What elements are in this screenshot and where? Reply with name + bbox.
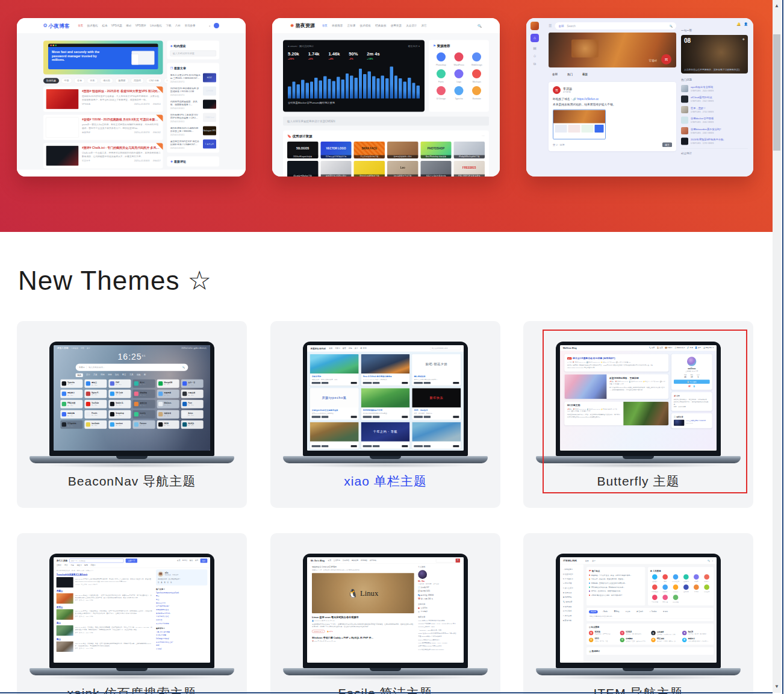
designnav-search-input[interactable]: 输入后回车搜索想要的设计资源CMDEN [283, 117, 489, 126]
item-menu-entry[interactable]: ◎ 社区论坛 ▾ [563, 573, 583, 575]
post-card[interactable]: 忘却牛乳呀 拖延症发作，花花会遇糖分多晨，分享.. [310, 354, 359, 386]
read-more-pill[interactable] [453, 382, 459, 384]
topic-item[interactable]: 世界，您好！4 REPLIES，2716 VIEWS [681, 106, 748, 113]
item-menu-entry[interactable]: ▣ 实用网站 [563, 596, 583, 599]
post-title[interactable]: 端午考试指南 [414, 375, 459, 378]
facile-nav-item[interactable]: 友情链接 [361, 559, 367, 561]
tool-item[interactable]: 字体识别器 [650, 595, 659, 603]
tab-active[interactable]: 我的 [76, 374, 83, 377]
xaink-tab[interactable]: 随笔 [84, 564, 88, 567]
facile-tag-pill[interactable]: CRONTAB 下 [312, 630, 325, 633]
link-tile[interactable]: 网站统计❤1 · 👁99 [60, 390, 82, 398]
item-menu-entry[interactable]: ◇ 设计灵感 [563, 614, 583, 617]
link-tile[interactable]: PM证书查❤1 · 👁99 [60, 400, 82, 408]
recommended-site[interactable]: H H5互动站微信演示、小游戏、营销H5、多.. [651, 638, 680, 643]
result-title[interactable]: 衡山 [57, 638, 153, 641]
item-nav-link[interactable]: 关于 [592, 560, 596, 562]
xaink-top-link[interactable]: 关于 [195, 560, 199, 562]
recommended-site[interactable]: U UIVO元宇宙、数字化、孪生 [589, 638, 618, 643]
link-tile[interactable]: 石墨文档❤1 · 👁99 [181, 390, 204, 398]
link-tile[interactable]: 网盘传输❤1 · 👁99 [60, 410, 82, 419]
xiao-nav-item[interactable]: 留言 [343, 347, 346, 349]
link-tile[interactable]: MidJour..❤1 · 👁99 [157, 400, 179, 408]
recent-post-link[interactable]: Windows 手动搭建 Caddy + PHP + MySQL 的 PHP 环… [418, 623, 459, 625]
scroll-up-arrow[interactable]: ▲ [773, 3, 781, 8]
link-tile[interactable]: Typecho❤1 · 👁99 [60, 380, 82, 388]
facile-nav-item[interactable]: 首页 [328, 559, 331, 561]
link-tile[interactable]: Iconify❤1 · 👁99 [132, 410, 155, 419]
post-card[interactable] [412, 422, 461, 449]
hot-article-link[interactable]: 最近这三个月 [156, 602, 207, 604]
theme-title-beaconnav[interactable]: BeaconNav 导航主题 [17, 473, 247, 490]
link-tile[interactable]: 腾讯云❤1 · 👁99 [84, 380, 107, 388]
filter-pill[interactable]: 热门 [564, 71, 576, 78]
tool-item[interactable]: 翻译 [661, 574, 670, 583]
blog-search-input[interactable]: 输入关键词回车搜索 [170, 51, 216, 57]
search-icon[interactable]: 🔍 [182, 366, 185, 368]
facile-nav-item[interactable]: 视频推荐 [352, 559, 358, 561]
xiao-nav-item[interactable]: 关于 [355, 347, 358, 349]
recommended-site[interactable]: V VOXUX自由PPT、设计及模板站心.. [620, 631, 649, 636]
recommended-site[interactable]: N NaiCR简单飞马、设计师、设计导航站 [682, 631, 711, 636]
recent-post-link[interactable]: 清理 Outlook邮箱一个月内未读邮件 [418, 636, 459, 637]
xaink-tab[interactable]: 博文 [64, 564, 68, 567]
hot-article-link[interactable]: Typecho仿百度搜索式主题Xaink [156, 592, 207, 594]
gallery-tile[interactable]: PHOTOSHOP Best Photoshop 笔刷合集 [420, 142, 451, 158]
recent-post-link[interactable]: 『Summary』GPS 模块标定 / 实际 [418, 629, 459, 631]
theme-card-facile[interactable]: Mr. Xin's Blog 首页生活日志文章归档视频推荐友情链接关于本站 🔍 … [270, 533, 500, 694]
result-title[interactable]: 罗浮山 [57, 605, 153, 608]
recent-post-link[interactable]: Caddy 证书Service的反向数据运营和申请SSL？要let加密 [418, 633, 459, 634]
hero-preview-forum[interactable]: ⌂ ▤ ✩ ⧉ ☰ 全部 Search 🔍 [526, 18, 753, 177]
gallery-tile[interactable]: SKRA FACE 万圣节手绘素材包下载 [354, 142, 385, 158]
tool-item[interactable]: 配色方案 [661, 595, 670, 603]
hot-article-link[interactable]: 该P大真漂亮的吗? [156, 605, 207, 608]
hero-preview-designnav[interactable]: ✺ 熬夜资源 首页终极推荐正版课技术模板经典案例使用资源大众设计其它 🔍 ● u… [272, 18, 500, 177]
post-link[interactable]: 🔗 https://c5lofun.cc [573, 97, 599, 101]
tool-item[interactable]: 二维码生成 [650, 584, 659, 593]
post-card[interactable]: 十年之约 · 导航 [361, 422, 410, 449]
facile-search-button[interactable]: 🔍 [456, 558, 460, 562]
hot-site-entry[interactable]: +Gmail 高效生活办公搜索、常用习惯好帮手 [589, 594, 642, 596]
hot-article-link[interactable]: 有人用过手机版吗 [156, 622, 207, 625]
post-card[interactable]: Hexo & Github 静态博客搭建使用 C Hexo & GitHub 部… [361, 354, 410, 386]
tool-item[interactable]: 在线配色 [682, 574, 691, 583]
engine-tab[interactable]: 聚合搜 [589, 610, 598, 613]
link-tile[interactable]: PHP❤1 · 👁99 [108, 380, 131, 388]
item-menu-entry[interactable]: 🗂 办公助手 [563, 610, 583, 613]
result-title[interactable]: Typecho仿百度搜索式主题Xaink [57, 574, 153, 577]
engine-tab[interactable]: ✿ 知乎 [661, 610, 670, 613]
read-more-pill[interactable] [402, 416, 408, 417]
comment-link[interactable]: 😉 加油! [156, 648, 207, 650]
link-tile[interactable]: 信纸传书❤1 · 👁99 [157, 410, 179, 419]
xiao-nav-item[interactable]: 首页 [329, 347, 332, 349]
topic-item[interactable]: 自建bitwarden真的安全吗?8 REPLIES，2282 VIEWS [681, 127, 748, 134]
read-more-pill[interactable] [453, 445, 459, 447]
hot-site-entry[interactable]: 百度贴吧 - 全球最大的中文社区交流大本营的朋... [589, 582, 642, 584]
engine-select[interactable]: 常用 ▾ [79, 366, 87, 369]
read-more-pill[interactable] [351, 416, 357, 417]
social-icon[interactable]: U [167, 581, 169, 583]
topic-item[interactable]: 自建docker管理面板6 REPLIES，2630 VIEWS [681, 117, 748, 124]
facile-nav-item[interactable]: 文章归档 [343, 559, 349, 561]
engine-tab[interactable]: ♥ 谷歌 [624, 610, 632, 613]
social-icon[interactable]: D [158, 581, 159, 583]
recommended-site[interactable]: G 谷歌翻译在线多语言互译、全球NLP引擎利.. [620, 638, 649, 643]
item-menu-entry[interactable]: 🗨 技术问答 [563, 583, 583, 585]
theme-card-beaconnav[interactable]: 考鱼工具箱 导航首页博客关于 2025年1月5日 星期日 腊月初六 16:253… [17, 321, 247, 508]
social-icon[interactable]: B [164, 581, 166, 583]
xaink-top-link[interactable]: 标签云 [182, 560, 187, 562]
user-icon[interactable]: 👤 [744, 22, 748, 27]
engine-tab[interactable]: ✦ Youdao [647, 610, 659, 613]
tool-item[interactable]: 站长统计 [661, 584, 670, 593]
social-icon[interactable]: G [170, 581, 172, 583]
tool-item[interactable]: JSON校验 [671, 595, 680, 603]
more-icon[interactable]: ··· [482, 134, 485, 139]
beacon-search-bar[interactable]: 常用 ▾ 输入搜索关键词... 🔍 [76, 364, 188, 371]
link-tile[interactable]: IMDB❤1 · 👁99 [157, 420, 179, 429]
link-tile[interactable]: fastGode❤1 · 👁99 [84, 420, 107, 429]
result-title[interactable]: 黄山 [57, 622, 153, 625]
result-title[interactable]: 丹霞山 [57, 590, 153, 593]
item-menu-entry[interactable]: 🛠 常用工具 [563, 592, 583, 594]
comment-link[interactable]: 【勇_哥】挺不错嘛 [156, 631, 207, 633]
post-card[interactable]: 新年快乐 2025，元旦快乐 新年，新气象呀，元旦快乐.. [412, 388, 461, 419]
